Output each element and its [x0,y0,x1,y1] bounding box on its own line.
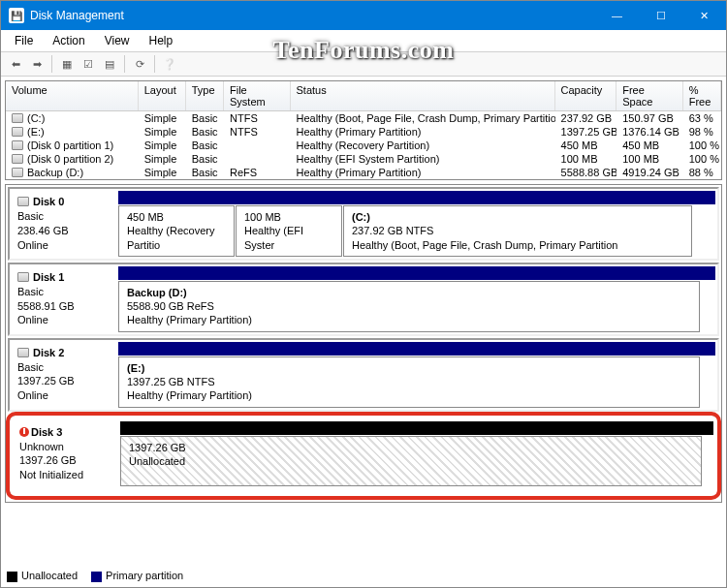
volume-icon [12,140,23,150]
partition-block[interactable]: 1397.26 GBUnallocated [120,436,702,486]
disk-stripe [120,421,713,435]
volume-type: Basic [186,139,224,152]
close-button[interactable]: ✕ [682,1,726,30]
volume-row[interactable]: Backup (D:)SimpleBasicReFSHealthy (Prima… [6,166,721,179]
col-status[interactable]: Status [291,81,555,110]
partition-status: Healthy (Recovery Partitio [127,224,226,252]
volume-fs: ReFS [224,166,291,179]
volume-pct: 88 % [683,166,721,179]
volume-type: Basic [186,166,224,179]
disk-state: Not Initialized [19,468,111,482]
volume-status: Healthy (Primary Partition) [291,166,555,179]
disk-state: Online [17,238,109,253]
partition-size: 1397.26 GB [129,441,693,454]
disk-state: Online [17,388,109,403]
disk-icon [17,197,29,206]
partition-size: 5588.90 GB ReFS [127,299,691,313]
volume-status: Healthy (Boot, Page File, Crash Dump, Pr… [291,111,555,125]
volume-free: 4919.24 GB [616,166,683,179]
partition-status: Healthy (EFI Syster [244,224,333,252]
volume-name: (C:) [27,112,45,124]
volume-status: Healthy (Primary Partition) [291,125,555,139]
col-type[interactable]: Type [186,81,224,110]
menu-help[interactable]: Help [140,32,183,49]
volume-icon [12,113,23,123]
properties-icon[interactable]: ☑ [79,55,97,73]
volume-layout: Simple [139,166,186,179]
volume-free: 450 MB [616,139,683,152]
volume-icon [12,154,23,164]
disk-name: Disk 1 [33,271,64,283]
disk-info: Disk 2Basic1397.25 GBOnline [10,340,116,410]
col-freespace[interactable]: Free Space [616,81,683,110]
window-title: Disk Management [30,9,595,22]
col-filesystem[interactable]: File System [224,81,291,110]
table-view-icon[interactable]: ▦ [58,55,76,73]
volume-row[interactable]: (Disk 0 partition 2)SimpleBasicHealthy (… [6,152,721,166]
disk-stripe [118,191,715,204]
disk-row[interactable]: Disk 3Unknown1397.26 GBNot Initialized13… [8,414,719,498]
partition-block[interactable]: 100 MBHealthy (EFI Syster [236,205,342,257]
disk-graph: Backup (D:)5588.90 GB ReFSHealthy (Prima… [116,264,717,334]
disk-type: Basic [17,285,109,299]
disk-row[interactable]: Disk 2Basic1397.25 GBOnline(E:)1397.25 G… [8,338,719,412]
partition-size: 237.92 GB NTFS [352,224,683,237]
col-pctfree[interactable]: % Free [683,81,721,110]
disk-name: Disk 0 [33,196,64,207]
volume-capacity: 237.92 GB [555,111,617,125]
partition-block[interactable]: (C:)237.92 GB NTFSHealthy (Boot, Page Fi… [343,205,692,257]
volume-free: 100 MB [616,152,683,166]
col-layout[interactable]: Layout [139,81,186,110]
disk-info: Disk 1Basic5588.91 GBOnline [10,264,116,334]
volume-fs [224,152,291,166]
layout-icon[interactable]: ▤ [101,55,118,73]
disk-type: Basic [17,209,109,224]
menu-action[interactable]: Action [43,32,94,49]
volume-layout: Simple [139,152,186,166]
toolbar: ⬅ ➡ ▦ ☑ ▤ ⟳ ❔ [1,52,726,77]
volume-row[interactable]: (C:)SimpleBasicNTFSHealthy (Boot, Page F… [6,111,721,125]
legend-primary-box [91,572,102,582]
col-volume[interactable]: Volume [6,81,139,110]
partition-name: (C:) [352,210,683,224]
volume-pct: 63 % [683,111,721,125]
volume-free: 150.97 GB [616,111,683,125]
forward-icon[interactable]: ➡ [28,55,46,73]
volume-icon [12,127,23,137]
volume-row[interactable]: (E:)SimpleBasicNTFSHealthy (Primary Part… [6,125,721,139]
back-icon[interactable]: ⬅ [7,55,24,73]
disk-info: Disk 0Basic238.46 GBOnline [10,189,116,259]
volume-capacity: 1397.25 GB [555,125,617,139]
volume-type: Basic [186,125,224,139]
help-icon[interactable]: ❔ [161,55,178,73]
menu-view[interactable]: View [95,32,140,49]
disk-row[interactable]: Disk 1Basic5588.91 GBOnlineBackup (D:)55… [8,263,719,336]
col-capacity[interactable]: Capacity [555,81,617,110]
partition-block[interactable]: (E:)1397.25 GB NTFSHealthy (Primary Part… [118,356,700,408]
disk-info: Disk 3Unknown1397.26 GBNot Initialized [12,419,118,488]
partition-block[interactable]: 450 MBHealthy (Recovery Partitio [118,205,235,257]
volume-free: 1376.14 GB [616,125,683,139]
volume-name: (Disk 0 partition 1) [27,139,113,151]
menu-file[interactable]: File [5,32,43,49]
maximize-button[interactable]: ☐ [639,1,682,30]
volume-header: Volume Layout Type File System Status Ca… [6,81,721,111]
volume-status: Healthy (EFI System Partition) [291,152,555,166]
minimize-button[interactable]: — [595,1,639,30]
volume-status: Healthy (Recovery Partition) [291,139,555,152]
disk-stripe [118,342,715,356]
partition-size: 1397.25 GB NTFS [127,375,691,388]
partition-status: Healthy (Primary Partition) [127,313,691,326]
refresh-icon[interactable]: ⟳ [131,55,148,73]
legend-unallocated-label: Unallocated [21,570,78,581]
app-icon: 💾 [9,8,24,23]
partition-block[interactable]: Backup (D:)5588.90 GB ReFSHealthy (Prima… [118,281,700,332]
volume-row[interactable]: (Disk 0 partition 1)SimpleBasicHealthy (… [6,139,721,152]
disk-graph: 450 MBHealthy (Recovery Partitio100 MBHe… [116,189,717,259]
volume-capacity: 100 MB [555,152,617,166]
disk-type: Unknown [19,440,111,454]
disk-row[interactable]: Disk 0Basic238.46 GBOnline450 MBHealthy … [8,187,719,261]
partition-name: Backup (D:) [127,286,691,299]
partition-name: (E:) [127,361,691,375]
volume-icon [12,168,23,177]
